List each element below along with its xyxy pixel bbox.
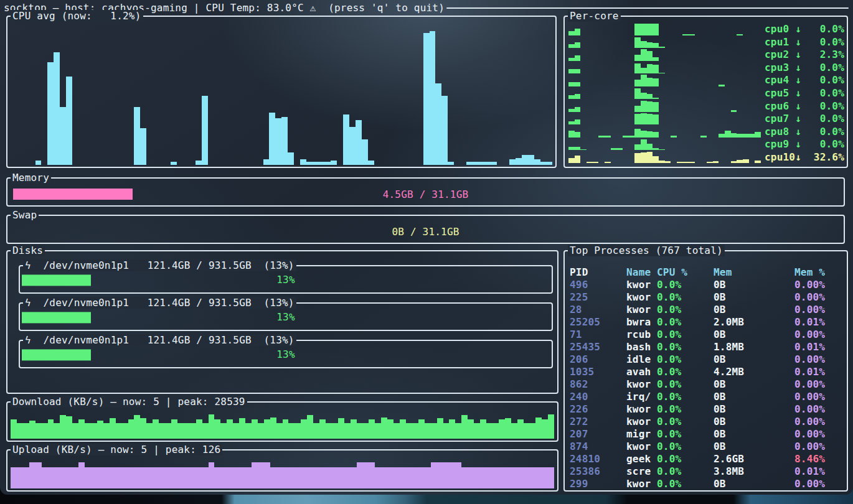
history-bar <box>653 65 659 74</box>
terminal-window[interactable]: socktop — host: cachyos-gaming | CPU Tem… <box>0 0 853 495</box>
disk-gauge-panel: ϟ /dev/nvme0n1p1 121.4GB / 931.5GB (13%)… <box>19 265 553 294</box>
history-bar <box>281 117 288 165</box>
history-bar <box>196 467 202 488</box>
core-usage-value: 0.0% <box>820 138 844 150</box>
proc-name: avah <box>626 366 657 378</box>
history-bar <box>369 462 375 488</box>
history-bar <box>568 121 575 125</box>
history-bar <box>400 419 406 439</box>
proc-mem: 0B <box>714 441 794 453</box>
history-bar <box>719 85 725 86</box>
history-bar <box>659 47 665 48</box>
history-bar <box>522 155 528 165</box>
history-bar <box>263 159 270 165</box>
proc-cpu-pct: 0.0% <box>657 353 714 366</box>
core-label: cpu6 ↓0.0% <box>765 100 844 112</box>
core-label: cpu9 ↓0.0% <box>765 138 844 151</box>
history-bar <box>103 467 110 488</box>
history-bar <box>214 467 220 488</box>
proc-cpu-pct: 0.0% <box>657 441 714 453</box>
proc-pid: 25386 <box>570 465 626 478</box>
history-bar <box>647 114 653 125</box>
history-bar <box>140 418 146 439</box>
history-bar <box>647 144 653 151</box>
proc-pid: 71 <box>570 329 626 341</box>
history-bar <box>659 73 665 74</box>
history-bar <box>356 120 362 165</box>
history-bar <box>593 162 599 163</box>
history-bar <box>97 421 103 439</box>
swap-gauge: 0B / 31.1GB <box>13 226 838 237</box>
history-bar <box>575 69 581 73</box>
disk-title: ϟ /dev/nvme0n1p1 121.4GB / 931.5GB (13%) <box>23 297 296 309</box>
history-bar <box>48 419 54 439</box>
core-label: cpu1 ↓0.0% <box>765 36 844 49</box>
history-bar <box>78 462 85 488</box>
history-bar <box>682 34 689 35</box>
proc-cpu-pct: 0.0% <box>657 378 714 391</box>
history-bar <box>505 467 511 488</box>
history-bar <box>140 128 146 165</box>
history-bar <box>394 467 400 488</box>
history-bar <box>575 107 581 112</box>
history-bar <box>725 131 731 138</box>
process-row: 25386scre0.0%3.8MB0.01% <box>565 465 847 478</box>
history-bar <box>455 462 461 488</box>
history-bar <box>116 467 122 488</box>
proc-mem-pct: 0.00% <box>794 353 847 366</box>
history-bar <box>575 132 581 138</box>
history-bar <box>535 418 542 439</box>
column-header: Mem % <box>794 266 847 279</box>
proc-cpu-pct: 0.0% <box>657 366 714 378</box>
history-bar <box>524 467 530 488</box>
core-row: cpu4 ↓0.0% <box>568 74 844 86</box>
history-bar <box>153 419 159 439</box>
proc-cpu-pct: 0.0% <box>657 416 714 428</box>
history-bar <box>516 158 522 165</box>
history-bar <box>689 162 695 163</box>
history-bar <box>468 419 474 439</box>
disk-usage-percent: 13% <box>20 311 552 323</box>
core-history-chart <box>568 62 761 74</box>
history-bar <box>202 96 208 165</box>
history-bar <box>653 132 659 138</box>
proc-name: kwor <box>626 441 657 453</box>
history-bar <box>375 467 381 488</box>
history-bar <box>72 467 78 488</box>
core-label: cpu2 ↓2.3% <box>765 49 844 61</box>
history-bar <box>362 139 368 165</box>
history-bar <box>641 139 647 150</box>
proc-name: kwor <box>626 478 657 489</box>
process-row: 272kwor0.0%0B0.00% <box>565 416 847 428</box>
history-bar <box>568 44 575 48</box>
history-bar <box>42 467 48 488</box>
proc-mem-pct: 0.00% <box>794 441 847 453</box>
history-bar <box>653 57 659 61</box>
history-bar <box>134 107 140 165</box>
history-bar <box>252 419 258 439</box>
memory-panel: Memory 4.5GB / 31.1GB <box>6 177 845 207</box>
history-bar <box>35 462 42 488</box>
proc-mem-pct: 0.01% <box>794 465 847 478</box>
history-bar <box>479 162 485 165</box>
history-bar <box>575 119 581 125</box>
column-header: PID <box>570 266 626 279</box>
proc-cpu-pct: 0.0% <box>657 465 714 478</box>
history-bar <box>85 423 91 439</box>
history-bar <box>202 467 209 488</box>
history-bar <box>97 467 103 488</box>
disk-gauge-panel: ϟ /dev/nvme0n1p1 121.4GB / 931.5GB (13%)… <box>19 302 553 331</box>
cpu-avg-panel-title: CPU avg (now: 1.2%) <box>11 10 143 22</box>
history-bar <box>171 419 177 439</box>
history-bar <box>387 467 394 488</box>
history-bar <box>534 159 540 165</box>
cpu-avg-panel: CPU avg (now: 1.2%) <box>6 16 557 168</box>
history-bar <box>641 93 647 100</box>
history-bar <box>653 98 659 99</box>
history-bar <box>351 467 357 488</box>
proc-pid: 240 <box>570 391 626 403</box>
core-row: cpu7 ↓0.0% <box>568 113 844 125</box>
history-bar <box>17 423 23 439</box>
core-name: cpu9 ↓ <box>765 138 801 150</box>
core-usage-value: 32.6% <box>814 151 844 163</box>
